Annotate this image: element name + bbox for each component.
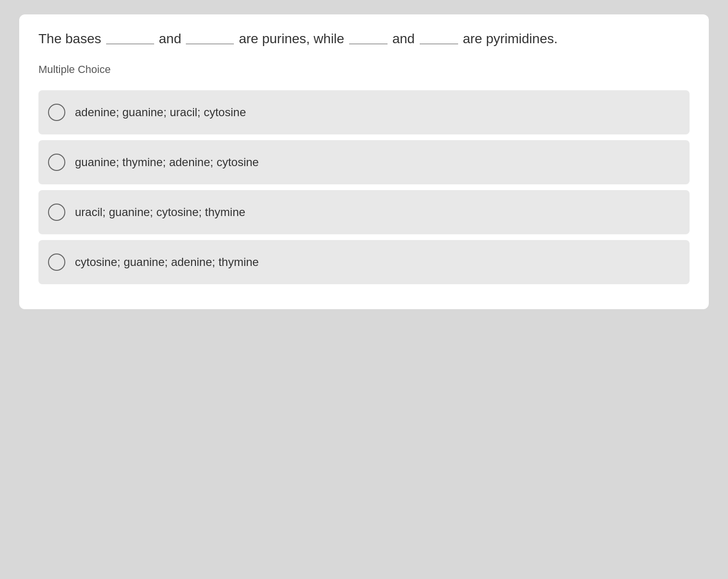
choices-container: adenine; guanine; uracil; cytosine guani… [38, 90, 690, 290]
choice-label-d: cytosine; guanine; adenine; thymine [75, 255, 259, 269]
section-type-label: Multiple Choice [38, 63, 690, 76]
blank-3 [349, 44, 388, 44]
choice-item-c[interactable]: uracil; guanine; cytosine; thymine [38, 190, 690, 234]
choice-label-c: uracil; guanine; cytosine; thymine [75, 205, 245, 219]
radio-c[interactable] [48, 204, 65, 221]
choice-item-b[interactable]: guanine; thymine; adenine; cytosine [38, 140, 690, 184]
choice-label-a: adenine; guanine; uracil; cytosine [75, 106, 246, 119]
question-prefix: The bases [38, 29, 101, 49]
question-card: The bases and are purines, while and are… [19, 14, 709, 309]
question-text: The bases and are purines, while and are… [38, 29, 690, 49]
radio-b[interactable] [48, 154, 65, 171]
question-middle: are purines, while [239, 29, 344, 49]
question-suffix: are pyrimidines. [463, 29, 558, 49]
radio-d[interactable] [48, 253, 65, 271]
main-container: The bases and are purines, while and are… [0, 0, 728, 579]
blank-1 [106, 44, 154, 44]
choice-item-a[interactable]: adenine; guanine; uracil; cytosine [38, 90, 690, 134]
question-connector1: and [159, 29, 182, 49]
choice-label-b: guanine; thymine; adenine; cytosine [75, 156, 259, 169]
question-connector2: and [392, 29, 415, 49]
radio-a[interactable] [48, 104, 65, 121]
blank-4 [420, 44, 458, 44]
choice-item-d[interactable]: cytosine; guanine; adenine; thymine [38, 240, 690, 284]
blank-2 [186, 44, 234, 44]
